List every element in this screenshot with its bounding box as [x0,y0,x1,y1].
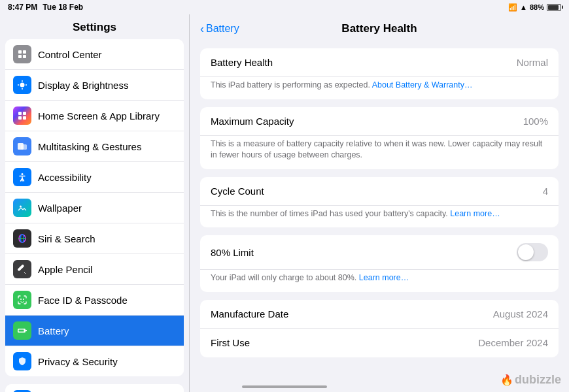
battery-health-link[interactable]: About Battery & Warranty… [372,80,473,90]
svg-rect-11 [18,116,22,120]
accessibility-label: Accessibility [38,172,176,183]
svg-rect-24 [26,330,27,331]
first-use-row: First Use December 2024 [200,329,559,357]
svg-point-4 [20,83,25,88]
limit-link[interactable]: Learn more… [359,273,409,282]
sidebar-item-battery[interactable]: Battery [5,316,184,346]
svg-point-16 [20,206,22,208]
siri-search-icon [13,229,31,248]
siri-search-label: Siri & Search [38,233,176,244]
battery-health-description: This iPad battery is performing as expec… [200,77,559,99]
sidebar-item-display-brightness[interactable]: Display & Brightness [5,70,184,101]
svg-point-15 [22,173,24,175]
home-indicator [242,385,327,388]
cycle-count-desc-text: This is the number of times iPad has use… [211,209,448,218]
control-center-label: Control Center [38,49,176,60]
battery-health-row: Battery Health Normal [200,48,559,77]
max-capacity-desc-text: This is a measure of battery capacity re… [211,139,542,160]
svg-rect-25 [19,330,24,332]
privacy-security-icon [13,352,31,370]
battery-icon [547,4,561,11]
back-label: Battery [206,23,239,35]
svg-rect-9 [18,112,22,115]
cycle-count-value: 4 [543,186,548,197]
signal-icon: ▲ [520,3,527,11]
face-id-icon [13,291,31,309]
sidebar-item-face-id[interactable]: Face ID & Passcode [5,285,184,316]
limit-card: 80% Limit Your iPad will only charge to … [200,235,559,292]
svg-point-22 [23,299,24,300]
battery-health-desc-text: This iPad battery is performing as expec… [211,80,370,90]
wallpaper-icon [13,199,31,217]
svg-point-21 [20,299,22,300]
sidebar-item-wallpaper[interactable]: Wallpaper [5,193,184,223]
display-brightness-label: Display & Brightness [38,80,176,91]
sidebar-title: Settings [0,14,189,39]
watermark-text: dubizzle [515,373,561,387]
status-bar: 8:47 PM Tue 18 Feb 📶 ▲ 88% [0,0,569,14]
limit-desc-text: Your iPad will only charge to about 80%. [211,273,356,282]
home-screen-label: Home Screen & App Library [38,110,176,122]
limit-description: Your iPad will only charge to about 80%.… [200,270,559,292]
sidebar-item-accessibility[interactable]: Accessibility [5,162,184,193]
max-capacity-card: Maximum Capacity 100% This is a measure … [200,107,559,169]
cycle-count-description: This is the number of times iPad has use… [200,206,559,228]
wallpaper-label: Wallpaper [38,203,176,214]
limit-toggle[interactable] [517,243,548,261]
privacy-security-label: Privacy & Security [38,356,176,367]
status-time-date: 8:47 PM Tue 18 Feb [8,3,83,12]
control-center-icon [13,45,31,63]
first-use-value: December 2024 [478,337,548,348]
svg-rect-12 [23,116,26,120]
accessibility-icon [13,168,31,186]
max-capacity-row: Maximum Capacity 100% [200,107,559,136]
apple-pencil-label: Apple Pencil [38,264,176,275]
limit-row: 80% Limit [200,235,559,270]
dates-card: Manufacture Date August 2024 First Use D… [200,300,559,357]
manufacture-date-row: Manufacture Date August 2024 [200,300,559,329]
back-button[interactable]: ‹ Battery [200,22,239,36]
svg-rect-0 [18,50,22,54]
sidebar-group-2: App Store Wallet & Apple Pay [5,384,184,392]
sidebar-item-app-store[interactable]: App Store [5,384,184,392]
max-capacity-value: 100% [523,116,548,127]
status-icons: 📶 ▲ 88% [508,3,561,12]
battery-percent: 88% [530,3,544,11]
battery-sidebar-icon [13,321,31,340]
svg-rect-1 [23,50,26,54]
multitasking-label: Multitasking & Gestures [38,141,176,152]
sidebar-item-multitasking[interactable]: Multitasking & Gestures [5,131,184,162]
manufacture-date-value: August 2024 [493,308,548,319]
content-area: ‹ Battery Battery Health Battery Health … [190,14,569,392]
cycle-count-card: Cycle Count 4 This is the number of time… [200,177,559,228]
cycle-count-row: Cycle Count 4 [200,177,559,206]
cycle-count-link[interactable]: Learn more… [450,209,500,218]
sidebar: Settings Control Center Display & Bright… [0,14,190,392]
sidebar-item-privacy-security[interactable]: Privacy & Security [5,346,184,376]
battery-label: Battery [38,325,176,336]
cycle-count-label: Cycle Count [211,186,543,197]
main-layout: Settings Control Center Display & Bright… [0,14,569,392]
sidebar-item-apple-pencil[interactable]: Apple Pencil [5,254,184,285]
sidebar-item-siri-search[interactable]: Siri & Search [5,223,184,254]
max-capacity-label: Maximum Capacity [211,116,523,127]
sidebar-item-control-center[interactable]: Control Center [5,39,184,70]
content-header: ‹ Battery Battery Health [190,14,569,43]
status-date: Tue 18 Feb [43,3,83,12]
battery-health-value: Normal [517,57,548,68]
flame-icon: 🔥 [500,374,513,386]
limit-label: 80% Limit [211,247,517,258]
max-capacity-description: This is a measure of battery capacity re… [200,136,559,169]
apple-pencil-icon [13,260,31,278]
back-chevron-icon: ‹ [200,22,204,36]
sidebar-item-home-screen[interactable]: Home Screen & App Library [5,101,184,131]
battery-health-label: Battery Health [211,57,517,68]
manufacture-date-label: Manufacture Date [211,308,493,319]
display-brightness-icon [13,76,31,94]
multitasking-icon [13,137,31,155]
battery-fill [548,5,559,10]
battery-health-card: Battery Health Normal This iPad battery … [200,48,559,99]
svg-rect-3 [23,55,26,58]
sidebar-group-1: Control Center Display & Brightness Home… [5,39,184,376]
face-id-label: Face ID & Passcode [38,295,176,306]
